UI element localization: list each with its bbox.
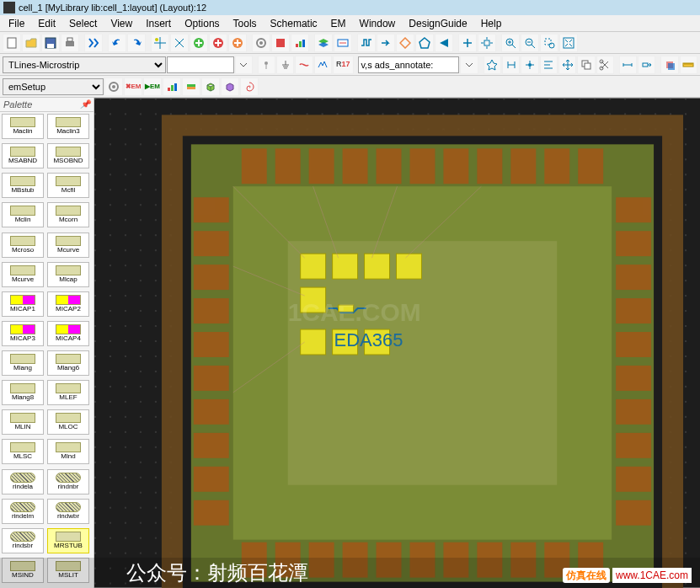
palette-item-mlcap[interactable]: Mlcap <box>47 262 89 287</box>
em-gear-icon[interactable] <box>104 78 123 96</box>
dim-icon[interactable] <box>619 56 637 74</box>
open-button[interactable] <box>22 34 40 52</box>
palette-item-mcﬁl[interactable]: Mcﬁl <box>47 173 89 198</box>
schematic-icon[interactable] <box>334 34 352 52</box>
add-orange-icon[interactable] <box>228 34 247 52</box>
new-button[interactable] <box>3 34 21 52</box>
menu-window[interactable]: Window <box>353 16 403 31</box>
palette-item-rindwbr[interactable]: rindwbr <box>47 499 89 524</box>
palette-item-mcroso[interactable]: Mcroso <box>2 233 44 258</box>
redo-button[interactable] <box>127 34 146 52</box>
crosshair-icon[interactable] <box>151 34 169 52</box>
menu-designguide[interactable]: DesignGuide <box>402 16 473 31</box>
trace-icon[interactable] <box>314 56 332 74</box>
layers2-icon[interactable] <box>660 56 678 74</box>
menu-schematic[interactable]: Schematic <box>264 16 324 31</box>
history-dropdown[interactable] <box>235 56 253 74</box>
pin-icon[interactable]: 📌 <box>80 99 90 110</box>
em-x-button[interactable]: ✖EM <box>124 78 142 96</box>
menu-em[interactable]: EM <box>324 16 353 31</box>
undo-button[interactable] <box>108 34 126 52</box>
palette-item-mlang6[interactable]: Mlang6 <box>47 350 89 376</box>
palette-dropdown[interactable]: TLines-Microstrip <box>3 56 166 73</box>
pulse-icon[interactable] <box>357 34 376 52</box>
palette-item-msabnd[interactable]: MSABND <box>2 143 44 168</box>
pentagon-icon[interactable] <box>415 34 434 52</box>
focus-icon[interactable] <box>478 34 496 52</box>
palette-item-mlef[interactable]: MLEF <box>47 380 89 405</box>
save-button[interactable] <box>41 34 60 52</box>
print-button[interactable] <box>61 34 79 52</box>
layers-icon[interactable] <box>314 34 333 52</box>
palette-item-micap1[interactable]: MICAP1 <box>2 291 44 317</box>
em-3d-icon[interactable] <box>201 78 220 96</box>
zoom-area-icon[interactable] <box>540 34 558 52</box>
menu-select[interactable]: Select <box>62 16 104 31</box>
palette-item-msind[interactable]: MSIND <box>2 558 44 583</box>
palette-item-rindelm[interactable]: rindelm <box>2 499 44 524</box>
component-search[interactable] <box>167 56 234 73</box>
measure-icon[interactable] <box>170 34 189 52</box>
stretch-icon[interactable] <box>638 56 655 74</box>
move-icon[interactable] <box>558 56 576 74</box>
em-setup-dropdown[interactable]: emSetup <box>3 78 104 95</box>
arrow-right-icon[interactable] <box>377 34 395 52</box>
menu-options[interactable]: Options <box>178 16 226 31</box>
substrate-icon[interactable] <box>182 78 200 96</box>
ground-icon[interactable] <box>276 56 294 74</box>
add-red-icon[interactable] <box>209 34 227 52</box>
em-farfield-icon[interactable] <box>240 78 259 96</box>
palette-item-mloc[interactable]: MLOC <box>47 409 89 435</box>
palette-item-mlang[interactable]: Mlang <box>2 350 44 376</box>
zoom-out-icon[interactable] <box>521 34 539 52</box>
palette-item-micap4[interactable]: MICAP4 <box>47 321 89 346</box>
menu-help[interactable]: Help <box>474 16 509 31</box>
menu-file[interactable]: File <box>2 16 31 31</box>
sim-button[interactable] <box>271 34 290 52</box>
palette-item-maclin[interactable]: Maclin <box>2 114 44 139</box>
end-command-button[interactable] <box>84 34 103 52</box>
annotate-input[interactable] <box>358 56 459 73</box>
star-icon[interactable] <box>484 56 501 74</box>
palette-item-micap3[interactable]: MICAP3 <box>2 321 44 346</box>
palette-item-rindela[interactable]: rindela <box>2 469 44 494</box>
gear-icon[interactable] <box>252 34 270 52</box>
palette-item-mlsc[interactable]: MLSC <box>2 439 44 464</box>
wire-icon[interactable] <box>295 56 313 74</box>
annotate-dropdown[interactable] <box>460 56 478 74</box>
palette-item-msobnd[interactable]: MSOBND <box>47 143 89 168</box>
plus-icon[interactable] <box>458 34 477 52</box>
palette-item-rindnbr[interactable]: rindnbr <box>47 469 89 494</box>
ruler-icon[interactable] <box>680 56 697 74</box>
copy-icon[interactable] <box>577 56 595 74</box>
palette-item-mcurve[interactable]: Mcurve <box>2 262 44 287</box>
em-chart-icon[interactable] <box>163 78 181 96</box>
add-green-icon[interactable] <box>190 34 208 52</box>
palette-item-micap2[interactable]: MICAP2 <box>47 291 89 317</box>
menu-tools[interactable]: Tools <box>227 16 264 31</box>
r17-button[interactable]: R17 <box>333 56 354 74</box>
palette-item-mcorn[interactable]: Mcorn <box>47 202 89 227</box>
snap-icon[interactable] <box>521 56 538 74</box>
palette-item-mlang8[interactable]: Mlang8 <box>2 380 44 405</box>
palette-item-mrstub[interactable]: MRSTUB <box>47 528 89 553</box>
palette-item-mlin[interactable]: MLIN <box>2 409 44 435</box>
arrowhead-icon[interactable] <box>435 34 453 52</box>
em-go-button[interactable]: ▶EM <box>143 78 162 96</box>
palette-item-mcurve[interactable]: Mcurve <box>47 233 89 258</box>
diamond-icon[interactable] <box>396 34 414 52</box>
pin-icon[interactable] <box>258 56 275 74</box>
zoom-fit-icon[interactable] <box>559 34 578 52</box>
zoom-in-icon[interactable] <box>501 34 520 52</box>
align-icon[interactable] <box>540 56 558 74</box>
palette-item-mslit[interactable]: MSLIT <box>47 558 89 583</box>
merge-icon[interactable] <box>502 56 520 74</box>
cut-icon[interactable] <box>596 56 614 74</box>
menu-insert[interactable]: Insert <box>139 16 178 31</box>
palette-item-mlnd[interactable]: Mlnd <box>47 439 89 464</box>
em-field-icon[interactable] <box>221 78 239 96</box>
layout-canvas[interactable]: EDA365 1CAE.COM <box>94 98 700 588</box>
palette-item-mclin[interactable]: Mclin <box>2 202 44 227</box>
palette-item-rindsbr[interactable]: rindsbr <box>2 528 44 553</box>
palette-item-maclin3[interactable]: Maclin3 <box>47 114 89 139</box>
